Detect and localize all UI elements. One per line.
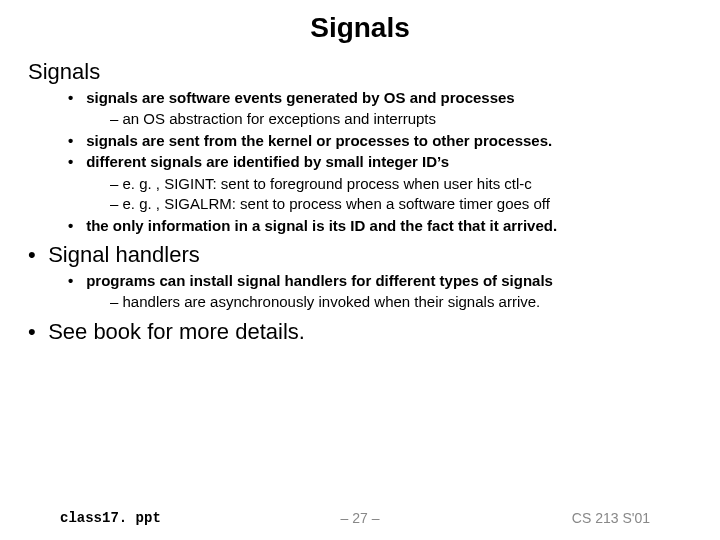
heading-text: See book for more details. [48,319,305,344]
bullet-icon: • [28,318,42,346]
slide-title: Signals [0,0,720,52]
slide: Signals Signals • signals are software e… [0,0,720,540]
sub-bullet: – handlers are asynchronously invoked wh… [110,292,692,312]
footer-page-number: – 27 – [0,510,720,526]
bullet-text: signals are sent from the kernel or proc… [86,132,552,149]
bullet-text: different signals are identified by smal… [86,153,449,170]
sub-bullet: – e. g. , SIGALRM: sent to process when … [110,194,692,214]
section-heading-handlers: • Signal handlers [28,241,692,269]
bullet-icon: • [68,131,82,151]
bullet-text: the only information in a signal is its … [86,217,557,234]
bullet-icon: • [68,152,82,172]
section-heading-signals: Signals [28,58,692,86]
sub-bullet: – e. g. , SIGINT: sent to foreground pro… [110,174,692,194]
slide-footer: class17. ppt – 27 – CS 213 S'01 [0,510,720,526]
bullet: • different signals are identified by sm… [68,152,692,172]
slide-content: Signals • signals are software events ge… [0,58,720,345]
section-heading-seebook: • See book for more details. [28,318,692,346]
bullet-icon: • [68,88,82,108]
heading-text: Signal handlers [48,242,200,267]
sub-bullet: – an OS abstraction for exceptions and i… [110,109,692,129]
bullet: • the only information in a signal is it… [68,216,692,236]
bullet-icon: • [28,241,42,269]
bullet-text: signals are software events generated by… [86,89,515,106]
bullet-icon: • [68,216,82,236]
bullet: • signals are sent from the kernel or pr… [68,131,692,151]
bullet: • programs can install signal handlers f… [68,271,692,291]
bullet-icon: • [68,271,82,291]
bullet: • signals are software events generated … [68,88,692,108]
bullet-text: programs can install signal handlers for… [86,272,553,289]
